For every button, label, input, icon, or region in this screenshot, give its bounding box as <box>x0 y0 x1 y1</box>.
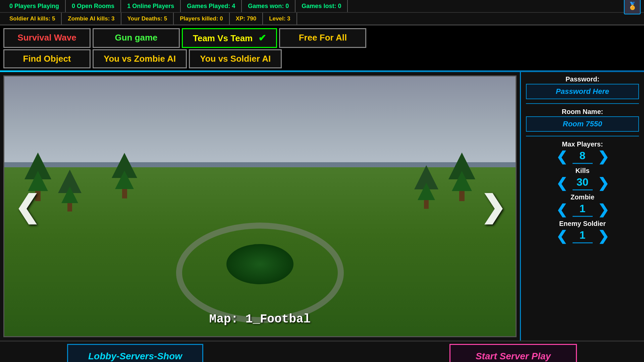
players-killed-label: Players killed: 0 <box>180 15 223 22</box>
games-lost-label: Games lost: 0 <box>302 3 341 10</box>
tree-4 <box>448 153 475 201</box>
zombie-dec[interactable]: ❮ <box>556 202 568 217</box>
tree-5 <box>414 165 438 209</box>
deaths-label: Your Deaths: 5 <box>127 15 167 22</box>
room-name-section: Room Name: Room 7550 <box>526 108 639 132</box>
enemy-soldier-spinner: ❮ 1 ❯ <box>526 228 639 244</box>
games-lost-stat: Games lost: 0 <box>296 0 348 12</box>
tab-zombie-label: You vs Zombie AI <box>104 54 176 64</box>
max-players-spinner: ❮ 8 ❯ <box>526 149 639 164</box>
online-players-label: 1 Online Players <box>127 3 174 10</box>
max-players-label: Max Players: <box>526 140 639 148</box>
players-playing-label: 0 Players Playing <box>9 3 59 10</box>
tab-gun[interactable]: Gun game <box>93 28 180 48</box>
kills-label: Kills <box>526 167 639 175</box>
center-bush <box>226 244 293 284</box>
tree-2 <box>58 170 82 212</box>
mode-tabs-row2: Find Object You vs Zombie AI You vs Sold… <box>0 48 644 70</box>
avatar-area: 🏅 <box>624 0 641 14</box>
separator-1 <box>526 103 639 104</box>
level-stat: Level: 3 <box>263 13 297 24</box>
zombie-spinner: ❮ 1 ❯ <box>526 202 639 217</box>
tab-find-label: Find Object <box>23 54 71 64</box>
tab-survival[interactable]: Survival Wave <box>3 28 91 48</box>
max-players-value: 8 <box>573 149 593 164</box>
games-won-stat: Games won: 0 <box>242 0 296 12</box>
tab-ffa[interactable]: Free For All <box>279 28 366 48</box>
xp-label: XP: 790 <box>236 15 256 22</box>
soldier-kills-label: Soldier AI kills: 5 <box>9 15 55 22</box>
tab-soldier-label: You vs Soldier AI <box>200 54 271 64</box>
room-name-label: Room Name: <box>526 108 639 116</box>
max-players-dec[interactable]: ❮ <box>556 149 568 164</box>
start-btn-label: Start Server Play <box>476 351 551 361</box>
tree-3 <box>112 153 137 198</box>
enemy-soldier-label: Enemy Soldier <box>526 220 639 228</box>
kills-dec[interactable]: ❮ <box>556 175 568 191</box>
tab-zombie[interactable]: You vs Zombie AI <box>93 49 187 68</box>
room-name-input[interactable]: Room 7550 <box>526 116 639 132</box>
password-input[interactable]: Password Here <box>526 84 639 99</box>
open-rooms-stat: 0 Open Rooms <box>66 0 121 12</box>
lobby-btn-label: Lobby-Servers-Show <box>88 351 182 361</box>
separator-2 <box>526 136 639 136</box>
zombie-section: Zombie ❮ 1 ❯ <box>526 193 639 217</box>
map-next-arrow[interactable]: ❯ <box>480 189 505 224</box>
mode-tabs-row1: Survival Wave Gun game Team Vs Team ✔ Fr… <box>0 25 644 48</box>
map-preview: ❮ ❯ Map: 1_Footbal <box>3 75 517 337</box>
open-rooms-label: 0 Open Rooms <box>72 3 114 10</box>
stats-bar-row2: Soldier AI kills: 5 Zombie AI kills: 3 Y… <box>0 13 644 25</box>
left-arrow-icon: ❮ <box>14 190 40 223</box>
zombie-inc[interactable]: ❯ <box>598 202 609 217</box>
tab-ffa-label: Free For All <box>299 33 347 43</box>
enemy-soldier-value: 1 <box>573 229 593 243</box>
password-section: Password: Password Here <box>526 75 639 99</box>
zombie-kills-label: Zombie AI kills: 3 <box>68 15 114 22</box>
main-content: ❮ ❯ Map: 1_Footbal Password: Password He… <box>0 72 644 341</box>
level-label: Level: 3 <box>269 15 290 22</box>
kills-value: 30 <box>573 176 593 190</box>
kills-section: Kills ❮ 30 ❯ <box>526 167 639 191</box>
deaths-stat: Your Deaths: 5 <box>121 13 174 24</box>
players-playing-stat: 0 Players Playing <box>3 0 66 12</box>
enemy-soldier-inc[interactable]: ❯ <box>598 228 609 244</box>
enemy-soldier-section: Enemy Soldier ❮ 1 ❯ <box>526 220 639 244</box>
tab-survival-label: Survival Wave <box>17 33 76 43</box>
tab-find[interactable]: Find Object <box>3 49 91 68</box>
password-label: Password: <box>526 75 639 83</box>
right-panel: Password: Password Here Room Name: Room … <box>520 72 644 341</box>
team-checkmark: ✔ <box>258 33 266 43</box>
games-played-stat: Games Played: 4 <box>181 0 242 12</box>
kills-inc[interactable]: ❯ <box>598 175 609 191</box>
kills-spinner: ❮ 30 ❯ <box>526 175 639 191</box>
zombie-value: 1 <box>573 202 593 217</box>
players-killed-stat: Players killed: 0 <box>174 13 230 24</box>
games-won-label: Games won: 0 <box>248 3 289 10</box>
right-arrow-icon: ❯ <box>480 190 505 223</box>
lobby-servers-button[interactable]: Lobby-Servers-Show <box>67 344 203 362</box>
tab-team-label: Team Vs Team <box>193 33 253 43</box>
tab-gun-label: Gun game <box>115 33 157 43</box>
enemy-soldier-dec[interactable]: ❮ <box>556 228 568 244</box>
avatar-icon: 🏅 <box>624 0 641 14</box>
tab-team[interactable]: Team Vs Team ✔ <box>182 28 277 48</box>
zombie-label: Zombie <box>526 193 639 201</box>
soldier-kills-stat: Soldier AI kills: 5 <box>3 13 62 24</box>
zombie-kills-stat: Zombie AI kills: 3 <box>62 13 121 24</box>
games-played-label: Games Played: 4 <box>187 3 235 10</box>
map-name-label: Map: 1_Footbal <box>209 312 311 326</box>
xp-stat: XP: 790 <box>230 13 263 24</box>
map-name-text: Map: 1_Footbal <box>209 312 311 326</box>
online-players-stat: 1 Online Players <box>121 0 181 12</box>
tab-soldier[interactable]: You vs Soldier AI <box>189 49 282 68</box>
stats-bar-row1: 0 Players Playing 0 Open Rooms 1 Online … <box>0 0 644 13</box>
start-server-play-button[interactable]: Start Server Play <box>449 344 577 362</box>
map-prev-arrow[interactable]: ❮ <box>14 189 40 224</box>
bottom-bar: Lobby-Servers-Show Start Server Play Sho… <box>0 341 644 362</box>
max-players-inc[interactable]: ❯ <box>598 149 609 164</box>
sky-bg <box>4 76 516 175</box>
max-players-section: Max Players: ❮ 8 ❯ <box>526 140 639 164</box>
